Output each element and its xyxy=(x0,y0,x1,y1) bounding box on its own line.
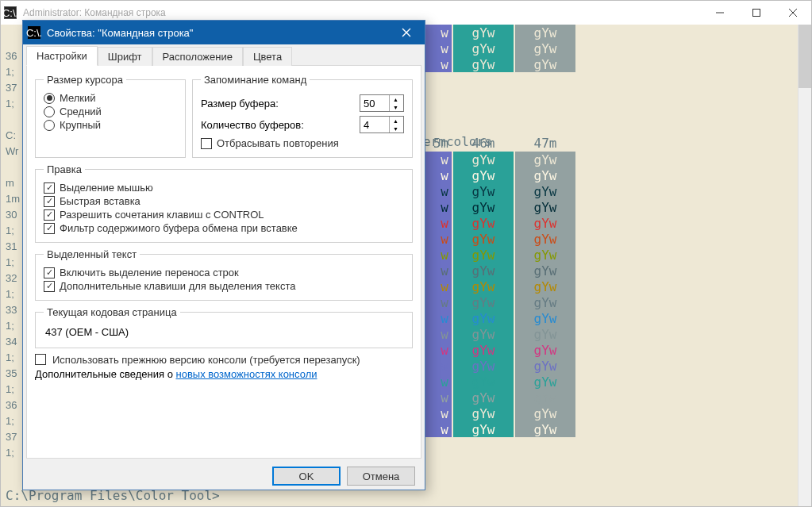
dialog-titlebar: C:\. Свойства: "Командная строка" xyxy=(23,21,425,44)
insert-mode-checkbox[interactable] xyxy=(44,196,55,207)
svg-rect-1 xyxy=(753,10,760,17)
buffer-size-label: Размер буфера: xyxy=(201,98,352,109)
tab-colors[interactable]: Цвета xyxy=(243,47,292,66)
edit-options-group: Правка Выделение мышью Быстрая вставка Р… xyxy=(35,163,413,243)
cursor-size-legend: Размер курсора xyxy=(44,74,126,86)
buffer-size-input[interactable] xyxy=(360,96,389,111)
cursor-medium-label: Средний xyxy=(60,106,102,117)
tab-layout[interactable]: Расположение xyxy=(152,47,243,66)
cancel-button[interactable]: Отмена xyxy=(347,467,415,486)
extended-text-keys-checkbox[interactable] xyxy=(44,281,55,292)
cursor-size-group: Размер курсора Мелкий Средний Крупный xyxy=(35,74,186,158)
discard-duplicates-checkbox[interactable] xyxy=(201,138,212,149)
vertical-scrollbar[interactable] xyxy=(798,25,811,506)
tab-settings[interactable]: Настройки xyxy=(26,46,98,66)
line-wrap-selection-checkbox[interactable] xyxy=(44,267,55,278)
cursor-medium-radio[interactable] xyxy=(44,106,55,117)
codepage-legend: Текущая кодовая страница xyxy=(44,306,180,318)
window-title: Administrator: Командная строка xyxy=(23,7,702,18)
quick-edit-checkbox[interactable] xyxy=(44,182,55,194)
legacy-console-checkbox[interactable] xyxy=(35,354,46,365)
spin-down-icon[interactable]: ▼ xyxy=(389,125,402,133)
legacy-console-label: Использовать прежнюю версию консоли (тре… xyxy=(52,354,360,366)
maximize-button[interactable] xyxy=(738,1,775,25)
command-history-legend: Запоминание команд xyxy=(201,74,310,86)
minimize-button[interactable] xyxy=(702,1,738,25)
text-selection-legend: Выделенный текст xyxy=(44,248,140,260)
cmd-icon: C:\. xyxy=(28,26,40,39)
properties-dialog: C:\. Свойства: "Командная строка" Настро… xyxy=(22,20,425,490)
spin-down-icon[interactable]: ▼ xyxy=(389,103,402,111)
buffer-count-spinner[interactable]: ▲▼ xyxy=(360,116,404,133)
ctrl-shortcuts-checkbox[interactable] xyxy=(44,209,55,221)
cmd-icon: C:\. xyxy=(4,6,17,19)
discard-duplicates-label: Отбрасывать повторения xyxy=(217,137,339,149)
tab-font[interactable]: Шрифт xyxy=(98,47,152,66)
text-selection-group: Выделенный текст Включить выделение пере… xyxy=(35,248,413,301)
cursor-small-radio[interactable] xyxy=(44,93,55,104)
buffer-size-spinner[interactable]: ▲▼ xyxy=(360,94,404,112)
codepage-group: Текущая кодовая страница 437 (OEM - США) xyxy=(35,306,413,348)
more-info-line: Дополнительные сведения о новых возможно… xyxy=(35,368,413,380)
edit-options-legend: Правка xyxy=(44,163,85,175)
tab-panel-settings: Размер курсора Мелкий Средний Крупный За… xyxy=(26,65,421,459)
close-button[interactable] xyxy=(775,1,811,25)
dialog-title: Свойства: "Командная строка" xyxy=(47,27,388,39)
buffer-count-input[interactable] xyxy=(360,117,389,133)
new-console-features-link[interactable]: новых возможностях консоли xyxy=(175,368,317,380)
cursor-large-label: Крупный xyxy=(60,119,101,131)
scrollbar-thumb[interactable] xyxy=(799,25,811,88)
dialog-footer: OK Отмена xyxy=(23,462,425,490)
cursor-large-radio[interactable] xyxy=(44,120,55,131)
cursor-small-label: Мелкий xyxy=(60,92,96,104)
buffer-count-label: Количество буферов: xyxy=(201,119,352,131)
spin-up-icon[interactable]: ▲ xyxy=(389,117,402,125)
spin-up-icon[interactable]: ▲ xyxy=(389,95,402,103)
command-history-group: Запоминание команд Размер буфера: ▲▼ Кол… xyxy=(192,74,413,158)
codepage-value: 437 (OEM - США) xyxy=(44,323,404,341)
filter-clipboard-checkbox[interactable] xyxy=(44,223,55,234)
dialog-close-button[interactable] xyxy=(388,21,425,44)
ok-button[interactable]: OK xyxy=(272,467,341,486)
tab-strip: Настройки Шрифт Расположение Цвета xyxy=(23,44,425,65)
